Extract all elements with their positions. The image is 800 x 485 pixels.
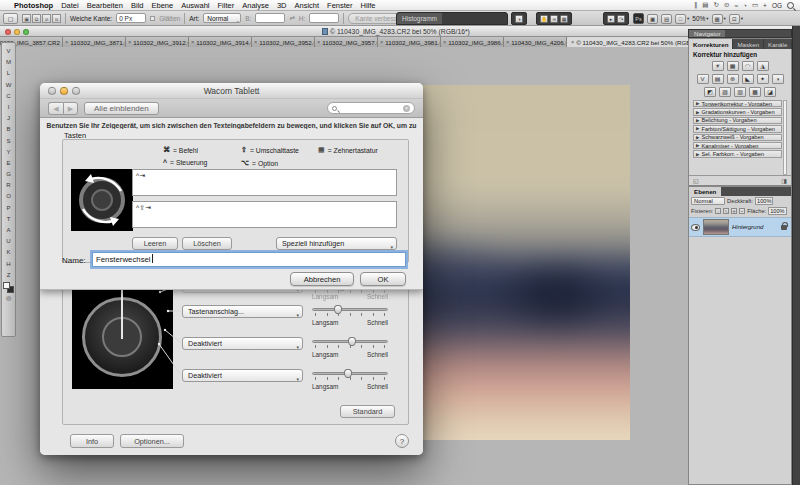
close-tab-icon[interactable]: ×	[571, 39, 574, 45]
move-tool[interactable]: V	[3, 46, 14, 57]
swap-dimensions-icon[interactable]: ⇄	[289, 14, 294, 22]
foreground-color[interactable]	[3, 282, 10, 289]
close-tab-icon[interactable]: ×	[443, 39, 446, 45]
hand-tool-icon[interactable]: ✋	[540, 15, 548, 23]
slider-thumb[interactable]	[344, 369, 352, 378]
subtract-selection-icon[interactable]: ⧄	[42, 14, 51, 23]
marquee-tool[interactable]: M	[3, 57, 14, 68]
quick-mask-button[interactable]: ◎	[3, 293, 14, 304]
fill-value[interactable]: 100%	[768, 207, 786, 215]
invert-icon[interactable]: ◩	[704, 87, 716, 97]
new-selection-icon[interactable]: ▣	[22, 14, 31, 23]
histogram-tab[interactable]: Histogramm	[397, 13, 442, 24]
mini-bridge-icon[interactable]: ▤	[661, 14, 672, 24]
abbrechen-button[interactable]: Abbrechen	[290, 272, 354, 286]
close-tab-icon[interactable]: ×	[506, 39, 509, 45]
visibility-eye-icon[interactable]	[691, 224, 700, 231]
menu-auswahl[interactable]: Auswahl	[181, 1, 209, 10]
curve-panel-icon[interactable]: ↷	[617, 15, 625, 23]
threshold-icon[interactable]: ▥	[734, 87, 746, 97]
disclosure-triangle-icon[interactable]: ▶	[696, 152, 699, 157]
layer-row-hintergrund[interactable]: Hintergrund	[689, 217, 791, 237]
photo-filter-icon[interactable]: ✦	[757, 74, 769, 84]
3d-rotate-tool[interactable]: K	[3, 247, 14, 258]
slider-thumb[interactable]	[334, 305, 342, 314]
gradient-map-icon[interactable]: ▩	[749, 87, 761, 97]
clone-stamp-tool[interactable]: S	[3, 136, 14, 147]
disclosure-triangle-icon[interactable]: ▶	[696, 101, 699, 106]
play-panel-icon[interactable]: ▸	[607, 15, 615, 23]
document-tab[interactable]: ×110302_IMG_3871.CR2	[63, 37, 126, 47]
menu-analyse[interactable]: Analyse	[242, 1, 269, 10]
close-tab-icon[interactable]: ×	[65, 39, 68, 45]
disclosure-triangle-icon[interactable]: ▶	[696, 118, 699, 123]
close-icon[interactable]	[5, 29, 11, 35]
layer-thumbnail[interactable]	[703, 219, 729, 235]
keystroke-field-1[interactable]: ^⇥	[132, 169, 397, 196]
close-tab-icon[interactable]: ×	[191, 39, 194, 45]
document-tab[interactable]: ×110302_IMG_3981.CR2	[378, 37, 441, 47]
quick-selection-tool[interactable]: W	[3, 80, 14, 91]
zoom-level-dropdown[interactable]: 50%▾	[692, 15, 708, 22]
lock-pixels-icon[interactable]: ✎	[723, 208, 729, 214]
screen-mode-dropdown[interactable]: ⊡▾	[729, 14, 743, 24]
disclosure-triangle-icon[interactable]: ▶	[696, 126, 699, 131]
healing-brush-tool[interactable]: J	[3, 113, 14, 124]
optionen-button[interactable]: Optionen...	[120, 434, 184, 448]
preset-kanalmixer[interactable]: ▶Kanalmixer - Vorgaben	[693, 142, 782, 149]
opacity-value[interactable]: 100%	[755, 197, 773, 205]
keystroke-field-2[interactable]: ^⇧⇥	[132, 201, 397, 228]
timemachine-icon[interactable]: ⊙	[724, 1, 729, 9]
zoom-window-icon[interactable]	[72, 87, 80, 95]
presets-scrollbar[interactable]	[783, 100, 787, 175]
clear-search-icon[interactable]: ×	[403, 105, 410, 112]
back-icon[interactable]: ◀	[48, 102, 63, 115]
loeschen-button[interactable]: Löschen	[182, 237, 232, 250]
lock-all-icon[interactable]: ▪	[739, 208, 745, 214]
height-input[interactable]	[309, 13, 339, 23]
clip-to-layer-icon[interactable]: ◨	[781, 177, 787, 184]
menu-datei[interactable]: Datei	[61, 1, 79, 10]
crop-tool[interactable]: C	[3, 91, 14, 102]
style-select[interactable]: Normal	[203, 13, 241, 23]
preset-farbton-saettigung[interactable]: ▶Farbton/Sättigung - Vorgaben	[693, 125, 782, 132]
mini-panel-c[interactable]: ▸ ↷	[603, 12, 629, 25]
feather-input[interactable]: 0 Px	[116, 13, 146, 23]
document-tab[interactable]: ×110430_IMG_4206.CR2	[504, 37, 567, 47]
close-tab-icon[interactable]: ×	[380, 39, 383, 45]
slider-thumb[interactable]	[348, 337, 356, 346]
show-all-button[interactable]: Alle einblenden	[84, 102, 159, 115]
document-tab[interactable]: ×110302_IMG_3914.CR2	[189, 37, 252, 47]
blur-tool[interactable]: R	[3, 180, 14, 191]
tab-korrekturen[interactable]: Korrekturen	[689, 39, 733, 49]
menu-3d[interactable]: 3D	[277, 1, 287, 10]
speed-slider-2[interactable]	[312, 337, 388, 350]
name-input[interactable]: Fensterwechsel	[92, 252, 406, 267]
levels-icon[interactable]: ▦	[727, 61, 739, 71]
displays-icon[interactable]: ▭	[752, 1, 758, 9]
wheel-function-select-3[interactable]: Deaktiviert	[182, 369, 303, 382]
info-button[interactable]: Info	[70, 434, 114, 448]
wifi-icon[interactable]: ≈	[734, 2, 738, 9]
tab-masken[interactable]: Masken	[733, 39, 764, 49]
tool-preset-picker[interactable]: ▢	[3, 13, 18, 24]
pen-tool[interactable]: P	[3, 203, 14, 214]
document-tab[interactable]: ×110302_IMG_3957.CR2	[315, 37, 378, 47]
close-tab-icon[interactable]: ×	[128, 39, 131, 45]
path-selection-tool[interactable]: A	[3, 225, 14, 236]
document-tab[interactable]: ×110302_IMG_3952.CR2	[252, 37, 315, 47]
brush-tool[interactable]: B	[3, 124, 14, 135]
history-brush-tool[interactable]: Y	[3, 147, 14, 158]
exposure-icon[interactable]: ◮	[757, 61, 769, 71]
minimize-icon[interactable]	[14, 29, 20, 35]
close-icon[interactable]	[48, 87, 56, 95]
color-balance-icon[interactable]: ⊛	[727, 74, 739, 84]
zoom-window-icon[interactable]	[23, 29, 29, 35]
antialias-checkbox[interactable]	[150, 16, 155, 21]
disclosure-triangle-icon[interactable]: ▶	[696, 110, 699, 115]
sync-icon[interactable]: ↻	[714, 1, 719, 9]
view-extras-dropdown[interactable]: □▾	[675, 14, 689, 24]
posterize-icon[interactable]: ▨	[719, 87, 731, 97]
spotlight-icon[interactable]	[787, 2, 794, 9]
preset-gradationskurven[interactable]: ▶Gradationskurven - Vorgaben	[693, 108, 782, 115]
